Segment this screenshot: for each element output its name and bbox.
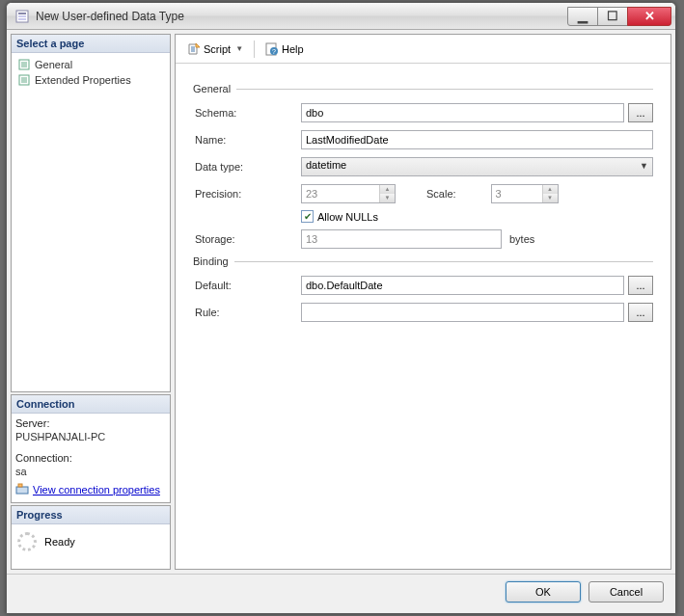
scale-label: Scale: xyxy=(426,188,456,200)
page-item-label: Extended Properties xyxy=(35,74,131,86)
connection-body: Server: PUSHPANJALI-PC Connection: sa Vi… xyxy=(12,414,170,502)
precision-spinner-buttons: ▲▼ xyxy=(379,185,395,202)
connection-icon xyxy=(15,483,29,496)
schema-browse-button[interactable]: ... xyxy=(628,103,653,122)
right-panel: Script ▼ ? Help General Schema: ... xyxy=(175,34,671,570)
close-button[interactable]: ✕ xyxy=(627,7,671,26)
svg-rect-3 xyxy=(18,18,26,20)
default-row: Default: ... xyxy=(193,275,653,296)
default-browse-button[interactable]: ... xyxy=(628,276,653,295)
progress-body: Ready xyxy=(12,524,170,569)
svg-rect-13 xyxy=(18,484,22,487)
datatype-label: Data type: xyxy=(193,161,301,173)
scale-value: 3 xyxy=(492,188,542,200)
storage-label: Storage: xyxy=(193,233,301,245)
minimize-button[interactable]: ▁ xyxy=(567,7,598,26)
general-group-text: General xyxy=(193,83,231,94)
svg-rect-1 xyxy=(18,13,26,14)
storage-row: Storage: bytes xyxy=(193,228,653,250)
dialog-footer: OK Cancel xyxy=(7,574,675,608)
default-input[interactable] xyxy=(301,276,624,295)
allow-nulls-label: Allow NULLs xyxy=(317,211,378,223)
schema-input[interactable] xyxy=(301,103,624,122)
rule-browse-button[interactable]: ... xyxy=(628,303,653,322)
general-group-label: General xyxy=(193,83,653,94)
storage-unit: bytes xyxy=(509,233,534,245)
precision-value: 23 xyxy=(302,188,379,200)
progress-status: Ready xyxy=(44,536,75,548)
precision-row: Precision: 23 ▲▼ Scale: 3 ▲▼ xyxy=(193,183,653,204)
select-page-header: Select a page xyxy=(12,35,170,53)
help-label: Help xyxy=(282,43,304,55)
script-icon xyxy=(187,42,201,56)
svg-rect-12 xyxy=(16,487,28,494)
server-value: PUSHPANJALI-PC xyxy=(15,431,166,442)
name-label: Name: xyxy=(193,134,301,146)
content-area: Select a page General Extended Propertie… xyxy=(7,30,675,574)
datatype-row: Data type: datetime ▼ xyxy=(193,156,653,177)
datatype-combo[interactable]: datetime ▼ xyxy=(301,157,653,176)
select-page-section: Select a page General Extended Propertie… xyxy=(11,34,171,392)
default-label: Default: xyxy=(193,280,301,291)
script-label: Script xyxy=(204,43,231,55)
toolbar-separator xyxy=(254,40,255,58)
help-icon: ? xyxy=(265,42,279,56)
ok-button[interactable]: OK xyxy=(506,581,581,603)
name-input[interactable] xyxy=(301,130,653,149)
scale-spinner: 3 ▲▼ xyxy=(491,184,559,203)
datatype-value: datetime xyxy=(306,159,346,171)
dialog-window: New User-defined Data Type ▁ ☐ ✕ Select … xyxy=(6,2,676,614)
page-item-general[interactable]: General xyxy=(15,57,166,72)
window-buttons: ▁ ☐ ✕ xyxy=(568,7,671,26)
scale-spinner-buttons: ▲▼ xyxy=(542,185,558,202)
page-item-label: General xyxy=(35,59,72,70)
connection-header: Connection xyxy=(12,395,170,414)
name-row: Name: xyxy=(193,129,653,150)
page-item-extended[interactable]: Extended Properties xyxy=(15,72,166,88)
storage-input xyxy=(301,229,502,249)
title-bar[interactable]: New User-defined Data Type ▁ ☐ ✕ xyxy=(7,3,675,30)
left-panel: Select a page General Extended Propertie… xyxy=(11,34,171,570)
server-label: Server: xyxy=(15,417,166,429)
binding-group-label: Binding xyxy=(193,255,653,267)
schema-label: Schema: xyxy=(193,107,301,119)
app-icon xyxy=(14,9,30,24)
page-icon xyxy=(17,58,31,71)
schema-row: Schema: ... xyxy=(193,102,653,123)
allow-nulls-checkbox[interactable]: ✔ xyxy=(301,210,314,223)
rule-input[interactable] xyxy=(301,303,624,322)
view-connection-properties-text: View connection properties xyxy=(33,484,160,495)
toolbar: Script ▼ ? Help xyxy=(176,35,670,64)
view-connection-properties-link[interactable]: View connection properties xyxy=(15,483,166,496)
precision-label: Precision: xyxy=(193,188,301,200)
connection-value: sa xyxy=(15,466,166,477)
form-area: General Schema: ... Name: Data type: dat… xyxy=(176,64,670,336)
combo-arrow-icon: ▼ xyxy=(640,161,648,171)
connection-section: Connection Server: PUSHPANJALI-PC Connec… xyxy=(11,394,171,503)
rule-row: Rule: ... xyxy=(193,302,653,323)
cancel-button[interactable]: Cancel xyxy=(588,581,664,603)
maximize-button[interactable]: ☐ xyxy=(597,7,628,26)
script-button[interactable]: Script ▼ xyxy=(181,39,249,60)
binding-group-text: Binding xyxy=(193,255,229,267)
group-divider xyxy=(234,261,653,262)
allow-nulls-row: ✔ Allow NULLs xyxy=(301,210,653,223)
page-list: General Extended Properties xyxy=(12,53,170,92)
connection-label: Connection: xyxy=(15,452,166,464)
progress-section: Progress Ready xyxy=(11,505,171,570)
rule-label: Rule: xyxy=(193,307,301,318)
page-icon xyxy=(17,73,31,87)
svg-rect-2 xyxy=(18,15,26,17)
progress-spinner-icon xyxy=(17,532,37,551)
svg-text:?: ? xyxy=(272,48,276,55)
group-divider xyxy=(236,89,653,90)
window-title: New User-defined Data Type xyxy=(34,10,568,23)
help-button[interactable]: ? Help xyxy=(260,39,310,60)
dropdown-arrow-icon: ▼ xyxy=(235,44,243,53)
precision-spinner: 23 ▲▼ xyxy=(301,184,396,203)
progress-header: Progress xyxy=(12,506,170,524)
